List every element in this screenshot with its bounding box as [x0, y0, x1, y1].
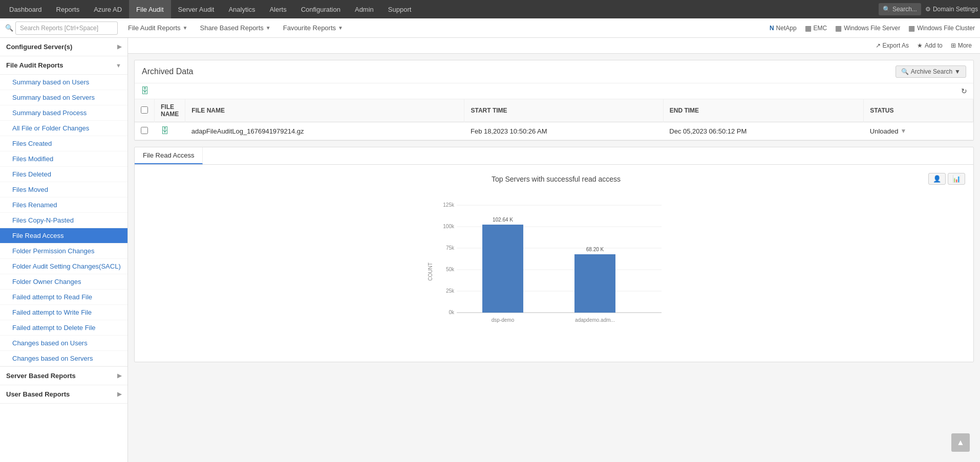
sidebar-item-file-read-access[interactable]: File Read Access: [0, 228, 127, 244]
dropdown-arrow: ▼: [266, 25, 271, 31]
export-as-button[interactable]: ↗ Export As: [876, 42, 909, 49]
more-label: More: [958, 42, 972, 49]
nav-item-server-audit[interactable]: Server Audit: [171, 0, 222, 18]
bar-chart-svg: COUNT 125k 100k 75k 50k 25k: [426, 190, 682, 354]
configured-servers-label: Configured Server(s): [6, 43, 72, 51]
svg-text:25k: 25k: [446, 288, 455, 294]
netapp-link[interactable]: N NetApp: [770, 25, 797, 32]
y-axis-label: COUNT: [428, 262, 433, 281]
sidebar-configured-servers[interactable]: Configured Server(s) ▶: [0, 38, 127, 56]
archived-data-header: Archived Data 🔍 Archive Search ▼: [135, 60, 973, 83]
sidebar-item-summary-servers[interactable]: Summary based on Servers: [0, 90, 127, 105]
sidebar-item-all-file-folder[interactable]: All File or Folder Changes: [0, 121, 127, 136]
windows-file-server-link[interactable]: ▦ Windows File Server: [835, 24, 900, 32]
export-icon: ↗: [876, 42, 881, 49]
row-file-icon-cell: 🗄: [155, 122, 185, 140]
tab-file-read-access[interactable]: File Read Access: [135, 147, 203, 164]
nav-item-reports[interactable]: Reports: [49, 0, 87, 18]
nav-item-support[interactable]: Support: [381, 0, 419, 18]
row-checkbox-cell[interactable]: [135, 122, 155, 140]
up-arrow-icon: ▲: [956, 438, 965, 447]
windows-file-server-icon: ▦: [835, 24, 842, 32]
main-layout: Configured Server(s) ▶ File Audit Report…: [0, 38, 980, 462]
add-to-button[interactable]: ★ Add to: [917, 42, 943, 49]
sidebar-item-files-deleted[interactable]: Files Deleted: [0, 167, 127, 182]
sidebar-file-audit-reports-header[interactable]: File Audit Reports ▼: [0, 56, 127, 75]
collapse-icon: ▼: [116, 62, 121, 69]
sidebar-item-files-renamed[interactable]: Files Renamed: [0, 197, 127, 213]
file-audit-reports-dropdown[interactable]: File Audit Reports ▼: [122, 18, 194, 38]
search-reports-input[interactable]: Search Reports [Ctrl+Space]: [15, 21, 118, 35]
svg-text:50k: 50k: [446, 267, 455, 272]
gear-icon: ⚙: [925, 6, 931, 13]
sidebar-item-summary-users[interactable]: Summary based on Users: [0, 75, 127, 90]
archived-data-title: Archived Data: [142, 67, 194, 76]
sidebar-item-changes-servers[interactable]: Changes based on Servers: [0, 351, 127, 366]
row-status: Unloaded ▼: [864, 122, 973, 140]
bar-label-dsp-demo-value: 102.64 K: [493, 217, 513, 223]
expand-icon: ▶: [117, 372, 121, 379]
nav-item-azure-ad[interactable]: Azure AD: [87, 0, 129, 18]
sidebar-user-based-reports[interactable]: User Based Reports ▶: [0, 385, 127, 404]
sidebar-item-failed-read[interactable]: Failed attempt to Read File: [0, 290, 127, 305]
sidebar-item-failed-write[interactable]: Failed attempt to Write File: [0, 305, 127, 320]
sidebar-item-summary-process[interactable]: Summary based Process: [0, 105, 127, 121]
file-audit-reports-label: File Audit Reports: [128, 24, 181, 32]
sidebar-item-folder-permission[interactable]: Folder Permission Changes: [0, 244, 127, 259]
svg-text:0k: 0k: [449, 310, 455, 315]
select-all-header[interactable]: [135, 99, 155, 122]
col-status: STATUS: [864, 99, 973, 122]
windows-file-cluster-icon: ▦: [908, 24, 915, 32]
nav-item-configuration[interactable]: Configuration: [294, 0, 348, 18]
archive-search-button[interactable]: 🔍 Archive Search ▼: [896, 65, 966, 78]
windows-file-server-label: Windows File Server: [844, 25, 900, 32]
emc-link[interactable]: ▦ EMC: [805, 24, 827, 32]
svg-text:125k: 125k: [443, 202, 455, 208]
second-navigation: 🔍 Search Reports [Ctrl+Space] File Audit…: [0, 18, 980, 38]
file-read-access-section: File Read Access Top Servers with succes…: [134, 147, 974, 362]
chart-bar-view-button[interactable]: 📊: [948, 173, 965, 185]
dropdown-arrow: ▼: [954, 68, 961, 75]
bar-adapdemo[interactable]: [574, 254, 615, 313]
sidebar-item-failed-delete[interactable]: Failed attempt to Delete File: [0, 320, 127, 336]
share-based-reports-label: Share Based Reports: [200, 24, 264, 32]
file-audit-reports-sidebar-label: File Audit Reports: [6, 61, 63, 69]
sidebar-item-folder-audit-sacl[interactable]: Folder Audit Setting Changes(SACL): [0, 259, 127, 274]
sidebar-item-changes-users[interactable]: Changes based on Users: [0, 336, 127, 351]
more-button[interactable]: ⊞ More: [951, 42, 972, 49]
dropdown-arrow: ▼: [338, 25, 343, 31]
sidebar: Configured Server(s) ▶ File Audit Report…: [0, 38, 128, 462]
refresh-icon[interactable]: ↻: [961, 87, 967, 95]
select-all-checkbox[interactable]: [141, 106, 148, 114]
windows-file-cluster-link[interactable]: ▦ Windows File Cluster: [908, 24, 975, 32]
tab-bar: File Read Access: [135, 147, 973, 165]
nav-item-admin[interactable]: Admin: [348, 0, 381, 18]
main-content: ↗ Export As ★ Add to ⊞ More Archived Dat…: [128, 38, 980, 462]
nav-item-dashboard[interactable]: Dashboard: [2, 0, 49, 18]
sidebar-item-files-modified[interactable]: Files Modified: [0, 151, 127, 167]
favourite-reports-label: Favourite Reports: [283, 24, 336, 32]
nav-item-alerts[interactable]: Alerts: [262, 0, 293, 18]
search-label: Search...: [892, 6, 917, 13]
top-search[interactable]: 🔍 Search...: [879, 3, 921, 15]
bar-dsp-demo[interactable]: [482, 225, 523, 313]
sidebar-item-files-moved[interactable]: Files Moved: [0, 182, 127, 197]
nav-item-file-audit[interactable]: File Audit: [129, 0, 171, 18]
share-based-reports-dropdown[interactable]: Share Based Reports ▼: [194, 18, 277, 38]
domain-settings[interactable]: ⚙ Domain Settings: [925, 6, 978, 13]
sidebar-item-files-copy-pasted[interactable]: Files Copy-N-Pasted: [0, 213, 127, 228]
sidebar-server-based-reports[interactable]: Server Based Reports ▶: [0, 367, 127, 385]
nav-item-analytics[interactable]: Analytics: [221, 0, 262, 18]
row-checkbox[interactable]: [141, 127, 148, 134]
favourite-reports-dropdown[interactable]: Favourite Reports ▼: [277, 18, 349, 38]
emc-label: EMC: [814, 25, 827, 32]
bar-label-dsp-demo: dsp-demo: [492, 317, 515, 323]
status-dropdown-arrow[interactable]: ▼: [900, 127, 906, 135]
chart-user-view-button[interactable]: 👤: [928, 173, 946, 185]
sidebar-item-folder-owner[interactable]: Folder Owner Changes: [0, 274, 127, 290]
scroll-to-top-button[interactable]: ▲: [951, 433, 970, 452]
sidebar-item-files-created[interactable]: Files Created: [0, 136, 127, 151]
col-file-name-1: FILE NAME: [155, 99, 185, 122]
col-file-name-2: FILE NAME: [185, 99, 464, 122]
table-header-row: FILE NAME FILE NAME START TIME END TIME …: [135, 99, 973, 122]
